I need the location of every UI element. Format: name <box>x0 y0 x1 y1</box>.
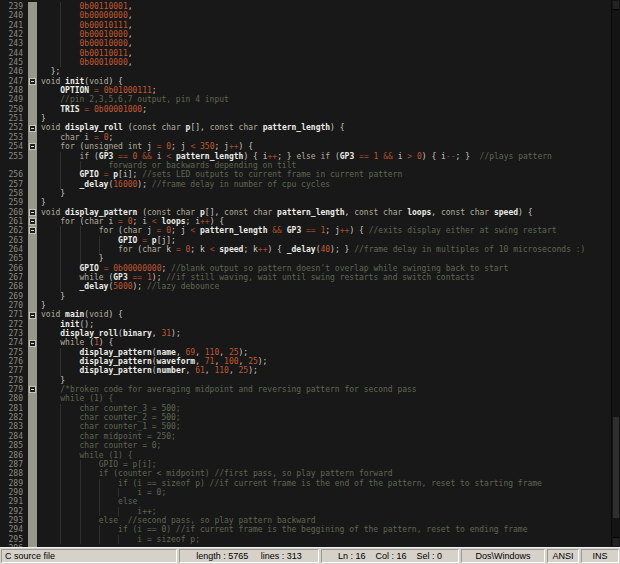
code-line[interactable]: 255 if (GP3 == 0 && i < pattern_length) … <box>0 152 620 161</box>
code-line[interactable]: 275 display_pattern(name, 69, 110, 25); <box>0 348 620 357</box>
indent-guide <box>41 152 60 161</box>
code-line[interactable]: 274 while (1) { <box>0 338 620 347</box>
indent-guide <box>41 282 60 291</box>
code-line[interactable]: 243 0b00010000, <box>0 39 620 48</box>
code-text: } <box>37 114 620 123</box>
fold-toggle-icon[interactable] <box>28 142 37 151</box>
code-line[interactable]: 276 display_pattern(waveform, 71, 100, 2… <box>0 357 620 366</box>
code-line[interactable]: 286 while (1) { <box>0 451 620 460</box>
code-line[interactable]: 257 _delay(16000); //frame delay in numb… <box>0 180 620 189</box>
code-line[interactable]: 261 for (char i = 0; i < loops; i++) { <box>0 217 620 226</box>
code-text: char counter = 0; <box>37 441 620 450</box>
indent-guide <box>60 404 79 413</box>
code-line[interactable]: 273 display_roll(binary, 31); <box>0 329 620 338</box>
code-line[interactable]: 242 0b00010000, <box>0 30 620 39</box>
code-line[interactable]: 283 char counter_1 = 500; <box>0 422 620 431</box>
status-length-lines: length : 5765 lines : 313 <box>179 549 319 563</box>
code-line[interactable]: 281 char counter_3 = 500; <box>0 404 620 413</box>
code-line[interactable]: 250 TRIS = 0b00001000; <box>0 105 620 114</box>
vertical-scrollbar[interactable] <box>611 0 620 547</box>
code-line[interactable]: 291 else <box>0 497 620 506</box>
code-line[interactable]: 271void main(void) { <box>0 310 620 319</box>
code-text: char midpoint = 250; <box>37 432 620 441</box>
code-line[interactable]: 279 /*broken code for averaging midpoint… <box>0 385 620 394</box>
code-line[interactable]: 262 for (char j = 0; j < pattern_length … <box>0 226 620 235</box>
code-line[interactable]: 264 for (char k = 0; k < speed; k++) { _… <box>0 245 620 254</box>
fold-toggle-icon[interactable] <box>28 226 37 235</box>
code-line[interactable]: 256 GPIO = p[i]; //sets LED outputs to c… <box>0 170 620 179</box>
code-line[interactable]: forwards or backwards depending on tilt <box>0 161 620 170</box>
indent-guide <box>41 320 60 329</box>
indent-guide <box>60 49 79 58</box>
code-line[interactable]: 267 while (GP3 == 1); //if still waving,… <box>0 273 620 282</box>
indent-guide <box>41 394 60 403</box>
code-line[interactable]: 290 i = 0; <box>0 488 620 497</box>
code-line[interactable]: 254 for (unsigned int j = 0; j < 350; j+… <box>0 142 620 151</box>
code-editor-window: 239 0b00110001,240 0b00000000,241 0b0001… <box>0 0 620 564</box>
code-line[interactable]: 287 GPIO = p[i]; <box>0 460 620 469</box>
code-text: i++; <box>37 507 620 516</box>
code-line[interactable]: 277 display_pattern(number, 61, 110, 25)… <box>0 366 620 375</box>
indent-guide <box>41 161 60 170</box>
code-line[interactable]: 253 char i = 0; <box>0 133 620 142</box>
fold-toggle-icon[interactable] <box>28 385 37 394</box>
line-number: 253 <box>0 133 26 142</box>
status-insert-mode: INS <box>581 549 619 563</box>
code-line[interactable]: 259} <box>0 198 620 207</box>
code-line[interactable]: 251} <box>0 114 620 123</box>
scroll-up-button[interactable] <box>613 1 619 10</box>
code-line[interactable]: 248 OPTION = 0b01000111; <box>0 86 620 95</box>
code-line[interactable]: 294 if (i == 0) //if current frame is th… <box>0 525 620 534</box>
code-line[interactable]: 280 while (1) { <box>0 394 620 403</box>
code-line[interactable]: 270} <box>0 301 620 310</box>
code-line[interactable]: 266 GPIO = 0b00000000; //blank output so… <box>0 264 620 273</box>
scroll-down-button[interactable] <box>613 537 619 546</box>
code-line[interactable]: 265 } <box>0 254 620 263</box>
code-line[interactable]: 289 if (i == sizeof p) //if current fram… <box>0 479 620 488</box>
code-line[interactable]: 288 if (counter < midpoint) //first pass… <box>0 469 620 478</box>
scrollbar-thumb[interactable] <box>613 417 619 518</box>
code-line[interactable]: 240 0b00000000, <box>0 11 620 20</box>
fold-toggle-icon[interactable] <box>28 77 37 86</box>
code-line[interactable]: 293 else //second pass, so play pattern … <box>0 516 620 525</box>
code-line[interactable]: 295 i = sizeof p; <box>0 535 620 544</box>
code-line[interactable]: 247void init(void) { <box>0 77 620 86</box>
indent-guide <box>41 469 60 478</box>
code-line[interactable]: 269 } <box>0 292 620 301</box>
indent-guide <box>41 451 60 460</box>
fold-toggle-icon[interactable] <box>28 123 37 132</box>
code-line[interactable]: 272 init(); <box>0 320 620 329</box>
code-text: init(); <box>37 320 620 329</box>
code-area[interactable]: 239 0b00110001,240 0b00000000,241 0b0001… <box>0 0 620 547</box>
code-line[interactable]: 241 0b00010111, <box>0 21 620 30</box>
indent-guide <box>41 516 60 525</box>
code-line[interactable]: 285 char counter = 0; <box>0 441 620 450</box>
indent-guide <box>60 58 79 67</box>
code-line[interactable]: 263 GPIO = p[j]; <box>0 236 620 245</box>
indent-guide <box>60 366 79 375</box>
fold-toggle-icon[interactable] <box>28 208 37 217</box>
code-line[interactable]: 268 _delay(5000); //lazy debounce <box>0 282 620 291</box>
fold-toggle-icon[interactable] <box>28 338 37 347</box>
code-line[interactable]: 239 0b00110001, <box>0 2 620 11</box>
fold-toggle-icon[interactable] <box>28 217 37 226</box>
code-line[interactable]: 260void display_pattern (const char p[],… <box>0 208 620 217</box>
code-line[interactable]: 282 char counter_2 = 500; <box>0 413 620 422</box>
indent-guide <box>60 21 79 30</box>
code-line[interactable]: 258 } <box>0 189 620 198</box>
code-line[interactable]: 284 char midpoint = 250; <box>0 432 620 441</box>
code-line[interactable]: 249 //pin 2,3,5,6,7 output, pin 4 input <box>0 95 620 104</box>
code-line[interactable]: 244 0b00110011, <box>0 49 620 58</box>
code-line[interactable]: 246 }; <box>0 67 620 76</box>
fold-margin <box>28 30 37 39</box>
fold-toggle-icon[interactable] <box>28 310 37 319</box>
code-line[interactable]: 252void display_roll (const char p[], co… <box>0 123 620 132</box>
code-text: if (i == 0) //if current frame is the be… <box>37 525 620 534</box>
line-number: 293 <box>0 516 26 525</box>
code-text: 0b00010111, <box>37 21 620 30</box>
code-line[interactable]: 278 } <box>0 376 620 385</box>
code-line[interactable]: 292 i++; <box>0 507 620 516</box>
code-line[interactable]: 245 0b00010000, <box>0 58 620 67</box>
line-number: 271 <box>0 310 26 319</box>
line-number: 280 <box>0 394 26 403</box>
